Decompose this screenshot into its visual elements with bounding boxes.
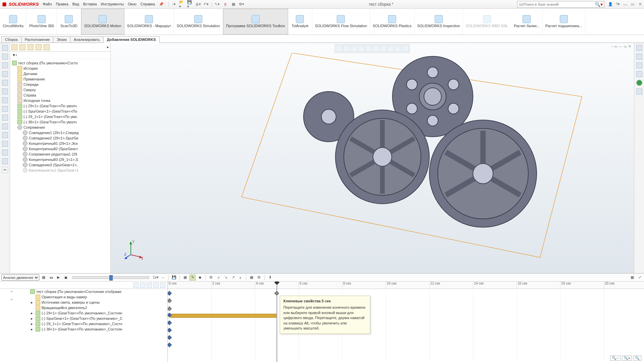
left-tool-3d-icon[interactable]: 3D [2,167,8,173]
zoom-out-timeline-icon[interactable]: 🔍− [610,356,620,361]
damper-icon[interactable]: ⫾ [237,275,244,281]
filter-icon[interactable]: ▼╸ [12,53,18,57]
left-tool-icon[interactable] [2,71,8,77]
calculate-icon[interactable]: ▦ [41,275,47,281]
motion-type-select[interactable]: Анализ движения [1,275,39,281]
ribbon-tool[interactable]: SOLIDWORKS Inspection [415,9,463,35]
tree-item[interactable]: (-) 29_1<1> (GearTrax<<По умо. [10,114,110,119]
menu-view[interactable]: Вид [72,2,79,6]
search-input[interactable] [524,2,595,6]
viewport-restore-icon[interactable]: — [619,44,622,49]
menu-pin-icon[interactable]: 📌 [159,2,164,6]
anim-wizard-icon[interactable]: ▦ [182,275,188,281]
select-icon[interactable]: ↖▾ [214,1,221,8]
tree-root[interactable]: тест сборка (По умолчанию<Состо [10,60,110,66]
tree-collapse-icon[interactable]: ⌃ [10,290,13,295]
motion-tree-item[interactable]: ▸(-) 29_1<1> (GearTrax<<По умолчанию>_Со… [23,321,167,326]
viewport-close-icon[interactable]: ▭ [624,44,627,49]
expand-icon[interactable]: ▸ [31,311,34,315]
panel-tab-appearance-icon[interactable] [44,44,50,50]
tree-item[interactable]: Датчики [10,71,110,76]
ribbon-tool[interactable]: SOLIDWORKS Plastics [370,9,415,35]
view-settings-icon[interactable] [402,45,409,52]
tree-item[interactable]: Сверху [10,87,110,93]
speed-icon[interactable]: 1x▾ [153,275,159,281]
command-tab[interactable]: Сборка [1,36,21,43]
panel-tab-display-icon[interactable] [36,44,42,50]
viewport[interactable]: Y X Z ▫ ▭ — ▭ ✕ [111,43,634,273]
left-tool-icon[interactable] [2,54,8,60]
section-view-icon[interactable] [358,45,365,52]
stop-icon[interactable]: ⏹ [63,275,69,281]
rebuild-icon[interactable]: 8 [222,1,229,8]
ribbon-tool[interactable]: SOLIDWORKS Flow Simulation [312,9,370,35]
panel-tab-property-icon[interactable] [19,44,25,50]
menu-insert[interactable]: Вставка [83,2,97,6]
tree-item[interactable]: Справа [10,93,110,98]
tree-item[interactable]: Примечания [10,76,110,82]
motion-filter-icon[interactable] [147,283,152,288]
playback-slider[interactable] [72,276,149,279]
right-tool-icon[interactable] [636,62,642,68]
left-tool-icon[interactable] [2,123,8,129]
motion-tree-item[interactable]: тест сборка (По умолчанию<Состояние отоб… [23,289,167,294]
menu-window[interactable]: Окно [128,2,137,6]
autokey-icon[interactable]: ✎ [190,275,196,281]
view-orient-icon[interactable] [365,45,372,52]
edit-appearance-icon[interactable] [387,45,394,52]
menu-file[interactable]: Файл [43,2,52,6]
play-start-icon[interactable]: ⏮ [48,275,54,281]
expand-icon[interactable]: ▸ [31,327,34,331]
time-ruler[interactable]: 0 сек2 сек4 сек6 сек8 сек10 сек12 сек14 … [168,282,644,289]
tree-item[interactable]: (-) 29<1> (GearTrax<<По умолч [10,103,110,109]
zoom-fit-icon[interactable] [336,45,342,52]
tree-item[interactable]: Совпадение3 (SpurGear<1>, [10,162,110,168]
timeline[interactable]: 0 сек2 сек4 сек6 сек8 сек10 сек12 сек14 … [168,282,644,362]
save-icon[interactable]: 💾▾ [187,1,194,8]
ribbon-tool[interactable]: TolAnalyst [288,9,312,35]
left-tool-icon[interactable] [2,141,8,147]
tree-item[interactable]: Концентричный2 (SpurGear< [10,146,110,152]
prev-view-icon[interactable] [351,45,357,52]
collapse-icon[interactable]: ▦ [629,275,635,281]
new-icon[interactable]: ▫▾ [171,1,177,8]
minimize-icon[interactable]: — [623,2,628,6]
help-dropdown-icon[interactable]: ?▾ [615,2,621,6]
motion-filter-icon[interactable] [153,283,159,288]
display-style-icon[interactable] [373,45,379,52]
right-globe-icon[interactable] [636,80,642,86]
expand-icon[interactable]: ▸ [31,300,34,305]
gravity-icon[interactable]: ⬇ [267,275,273,281]
direction-icon[interactable]: → [160,275,166,281]
user-icon[interactable]: 👤 [608,2,613,6]
gear-icon[interactable]: ⚙▾ [238,1,245,8]
right-tool-icon[interactable] [636,71,642,77]
tree-item[interactable]: Сопряжения редуктора1 (29 [10,152,110,157]
expand-panel-icon[interactable]: ⤢ [637,275,643,281]
left-tool-icon[interactable] [2,97,8,103]
motion-settings-icon[interactable]: ⚙ [256,275,262,281]
ribbon-tool[interactable]: PhotoView 360 [26,9,57,35]
spring-icon[interactable]: ⫽ [215,275,221,281]
left-tool-icon[interactable] [2,88,8,95]
viewport-x-icon[interactable]: ✕ [628,44,631,49]
options-icon[interactable]: ▦ [230,1,237,8]
motion-tree-item[interactable]: ▸(-) SpurGear<1> (GearTrax<<По умолчанию… [23,316,167,321]
undo-icon[interactable]: ↶▾ [203,1,210,8]
left-tool-icon[interactable] [2,106,8,112]
contact-icon[interactable]: ↘ [223,275,229,281]
search-icon[interactable]: 🔍▾ [595,2,603,7]
motion-tree-item[interactable]: ▸(-) 29<1> (GearTrax<<По умолчанию>_Сост… [23,310,167,316]
ribbon-tool[interactable]: SOLIDWORKS - Маршрут [124,9,174,35]
right-tool-icon[interactable] [636,88,642,95]
motion-filter-icon[interactable] [140,283,145,288]
tree-item[interactable]: Концентричный1 (29<1>,Эск [10,141,110,146]
panel-expand-icon[interactable]: ▸ [107,45,109,49]
left-tool-icon[interactable] [2,45,8,51]
tree-item[interactable]: Исходная точка [10,98,110,103]
open-icon[interactable]: 📂▾ [179,1,185,8]
search-box[interactable]: 📖 🔍▾ [517,1,604,8]
motion-tree-item[interactable]: ▸(-) 36<1> (GearTrax<<По умолчанию>_Сост… [23,326,167,332]
addkey-icon[interactable]: ◆ [197,275,203,281]
apply-scene-icon[interactable] [395,45,401,52]
